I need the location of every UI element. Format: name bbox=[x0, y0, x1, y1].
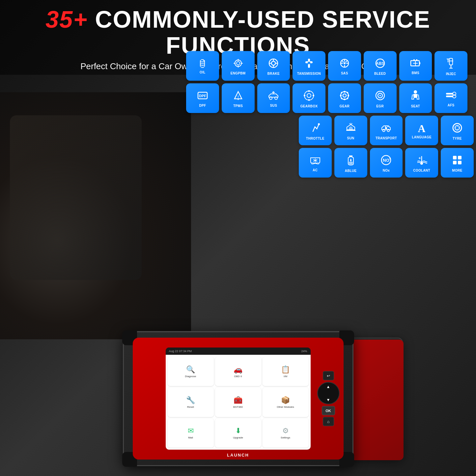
service-icon-gear[interactable]: GEAR bbox=[328, 83, 361, 113]
tpms-label: TPMS bbox=[233, 104, 243, 108]
oil-label: OIL bbox=[200, 70, 206, 74]
svg-point-66 bbox=[414, 90, 417, 94]
svg-rect-31 bbox=[416, 59, 417, 61]
svg-point-54 bbox=[343, 94, 346, 97]
bms-icon bbox=[410, 59, 421, 70]
nox-label: NOx bbox=[383, 169, 390, 172]
service-icon-ac[interactable]: AC bbox=[299, 148, 332, 178]
obdii-label: OBD II bbox=[234, 375, 242, 378]
egr-label: EGR bbox=[376, 104, 384, 108]
app-im[interactable]: 📋 I/M bbox=[263, 357, 309, 386]
svg-rect-67 bbox=[446, 93, 453, 95]
device-main: Aug 22 07:34 PM 24% 🔍 Diagnose 🚗 OBD II bbox=[123, 331, 353, 466]
service-icon-coolant[interactable]: COOLANT bbox=[405, 148, 438, 178]
app-diagnose[interactable]: 🔍 Diagnose bbox=[168, 357, 214, 386]
app-bst360[interactable]: 🧰 BST360 bbox=[215, 387, 261, 417]
svg-text:!: ! bbox=[238, 95, 239, 99]
svg-rect-30 bbox=[413, 59, 415, 61]
service-icon-more[interactable]: MORE bbox=[441, 148, 474, 178]
im-label: I/M bbox=[284, 375, 287, 378]
transport-label: TRANSPORT bbox=[376, 136, 397, 140]
service-icon-tyre[interactable]: TYRE bbox=[441, 116, 474, 145]
svg-point-78 bbox=[453, 124, 462, 132]
app-settings[interactable]: ⚙ Settings bbox=[263, 418, 309, 448]
nav-back-button[interactable]: ↩ bbox=[323, 371, 334, 380]
svg-rect-33 bbox=[449, 60, 453, 62]
sun-label: SUN bbox=[347, 136, 354, 140]
tyre-icon bbox=[452, 122, 463, 135]
obdii-icon: 🚗 bbox=[234, 365, 242, 374]
svg-line-72 bbox=[350, 123, 350, 125]
diagnose-label: Diagnose bbox=[185, 375, 196, 378]
settings-icon: ⚙ bbox=[282, 427, 289, 435]
sus-label: SUS bbox=[270, 104, 277, 107]
transmission-label: TANSMISSION bbox=[297, 72, 321, 75]
service-icon-egr[interactable]: EGR bbox=[364, 83, 397, 113]
app-upgrade[interactable]: ⬇ Upgrade bbox=[215, 418, 261, 448]
service-icon-bms[interactable]: BMS bbox=[399, 51, 432, 81]
gearbox-icon bbox=[303, 90, 315, 103]
app-other-modules[interactable]: 📦 Other Modules bbox=[263, 387, 309, 417]
nav-dpad[interactable]: ▲ ▼ bbox=[317, 382, 340, 405]
service-icon-sus[interactable]: SUS bbox=[257, 83, 290, 113]
service-icon-sas[interactable]: SAS bbox=[328, 51, 361, 81]
svg-rect-77 bbox=[385, 127, 387, 129]
svg-line-22 bbox=[342, 61, 344, 62]
service-icon-ablue[interactable]: ABLUE bbox=[334, 148, 367, 178]
svg-line-23 bbox=[346, 61, 347, 62]
svg-line-74 bbox=[351, 123, 352, 125]
service-row-1: 🛢 OIL ENGPBM bbox=[186, 51, 473, 81]
svg-rect-49 bbox=[308, 90, 310, 92]
service-icon-seat[interactable]: SEAT bbox=[399, 83, 432, 113]
service-icon-brake[interactable]: BRAKE bbox=[257, 51, 290, 81]
service-icon-transmission[interactable]: TANSMISSION bbox=[293, 51, 325, 81]
app-reset[interactable]: 🔧 Reset bbox=[168, 387, 214, 417]
svg-rect-96 bbox=[458, 156, 462, 159]
ac-icon bbox=[309, 155, 321, 167]
service-icon-gearbox[interactable]: GEARBOX bbox=[293, 83, 325, 113]
device-section: Aug 22 07:34 PM 24% 🔍 Diagnose 🚗 OBD II bbox=[90, 331, 386, 469]
service-icon-injec[interactable]: INJEC bbox=[434, 51, 467, 81]
service-icon-transport[interactable]: TRANSPORT bbox=[370, 116, 403, 145]
svg-rect-57 bbox=[340, 95, 342, 96]
nav-home-button[interactable]: ⌂ bbox=[323, 417, 334, 426]
bms-label: BMS bbox=[412, 71, 419, 75]
ac-label: AC bbox=[313, 168, 318, 172]
language-label: LANGUAGE bbox=[412, 135, 432, 139]
service-icon-afs[interactable]: AFS bbox=[434, 83, 467, 113]
nav-down[interactable]: ▼ bbox=[326, 398, 330, 402]
svg-rect-58 bbox=[348, 95, 349, 96]
more-label: MORE bbox=[452, 169, 462, 172]
service-icon-nox[interactable]: NO x NOx bbox=[370, 148, 403, 178]
nav-ok-button[interactable]: OK bbox=[322, 406, 335, 415]
svg-rect-56 bbox=[344, 98, 345, 100]
language-icon: A bbox=[418, 123, 426, 134]
service-icon-engpbm[interactable]: ENGPBM bbox=[222, 51, 255, 81]
seat-label: SEAT bbox=[411, 104, 420, 108]
service-icon-language[interactable]: A LANGUAGE bbox=[405, 116, 438, 145]
service-row-2: DPF DPF ! TPMS bbox=[186, 83, 473, 113]
svg-rect-98 bbox=[458, 161, 462, 164]
afs-icon bbox=[445, 91, 457, 102]
service-icon-oil[interactable]: 🛢 OIL bbox=[186, 51, 219, 81]
service-icon-sun[interactable]: SUN bbox=[334, 116, 367, 145]
service-icon-tpms[interactable]: ! TPMS bbox=[222, 83, 255, 113]
oil-icon: 🛢 bbox=[198, 59, 208, 69]
svg-rect-27 bbox=[419, 62, 420, 64]
upgrade-label: Upgrade bbox=[233, 436, 243, 439]
im-icon: 📋 bbox=[281, 365, 290, 374]
service-grid: 🛢 OIL ENGPBM bbox=[186, 51, 473, 180]
service-icon-dpf[interactable]: DPF DPF bbox=[186, 83, 219, 113]
bleed-label: BLEED bbox=[374, 72, 386, 75]
service-icon-bleed[interactable]: ABS BLEED bbox=[364, 51, 397, 81]
app-mail[interactable]: ✉ Mail bbox=[168, 418, 214, 448]
dpf-label: DPF bbox=[199, 104, 206, 107]
app-obdii[interactable]: 🚗 OBD II bbox=[215, 357, 261, 386]
reset-label: Reset bbox=[187, 406, 194, 408]
screen-app-grid: 🔍 Diagnose 🚗 OBD II 📋 I/M bbox=[166, 355, 311, 450]
service-icon-throttle[interactable]: THROTTLE bbox=[299, 116, 332, 145]
nav-up[interactable]: ▲ bbox=[326, 384, 330, 389]
throttle-icon bbox=[310, 122, 320, 135]
svg-rect-97 bbox=[453, 161, 457, 164]
egr-icon bbox=[375, 90, 386, 103]
